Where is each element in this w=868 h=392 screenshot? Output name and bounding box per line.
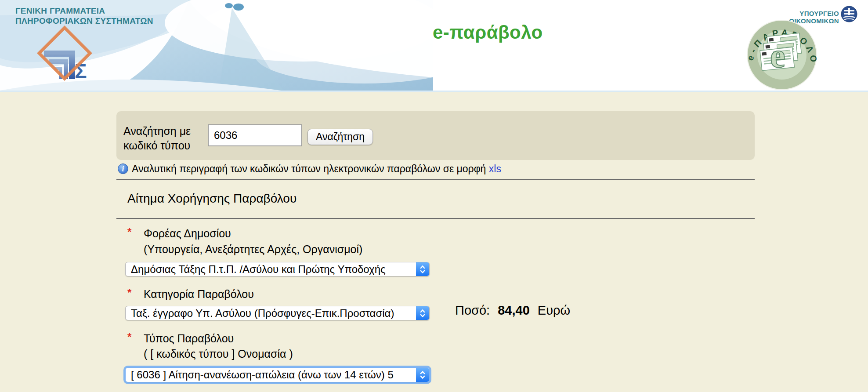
search-label-line1: Αναζήτηση με — [123, 124, 191, 138]
field-sublabel-typos: ( [ κωδικός τύπου ] Ονομασία ) — [144, 348, 293, 360]
amount-display: Ποσό: 84,40 Ευρώ — [455, 303, 570, 318]
amount-currency: Ευρώ — [538, 303, 570, 317]
katigoria-paravolou-select[interactable]: Ταξ. έγγραφο Υπ. Ασύλου (Πρόσφυγες-Επικ.… — [125, 306, 430, 320]
badge-e-glyph: e — [770, 36, 785, 75]
government-emblem-icon — [840, 5, 858, 23]
gsis-logo: Σ — [34, 23, 94, 85]
select-stepper-icon — [416, 368, 429, 382]
select-stepper-icon — [416, 306, 429, 320]
divider — [116, 179, 755, 180]
search-label: Αναζήτηση με κωδικό τύπου — [123, 124, 191, 153]
foreas-dimosiou-selected-value: Δημόσιας Τάξης Π.τ.Π. /Ασύλου και Πρώτης… — [126, 262, 416, 276]
amount-label: Ποσό: — [455, 303, 490, 317]
app-title: e-παράβολο — [433, 22, 543, 43]
katigoria-paravolou-selected-value: Ταξ. έγγραφο Υπ. Ασύλου (Πρόσφυγες-Επικ.… — [126, 306, 416, 320]
field-label-foreas: Φορέας Δημοσίου — [144, 227, 231, 240]
info-description: Αναλυτική περιγραφή των κωδικών τύπων ηλ… — [132, 163, 486, 174]
required-marker: * — [127, 331, 131, 343]
field-sublabel-foreas: (Υπουργεία, Ανεξάρτητες Αρχές, Οργανισμο… — [144, 243, 362, 256]
typos-paravolou-select[interactable]: [ 6036 ] Αίτηση-ανανέωση-απώλεια (άνω τω… — [125, 367, 430, 382]
field-label-typos: Τύπος Παραβόλου — [144, 332, 234, 345]
eparavolo-page: ΓΕΝΙΚΗ ΓΡΑΜΜΑΤΕΙΑ ΠΛΗΡΟΦΟΡΙΑΚΩΝ ΣΥΣΤΗΜΑΤ… — [0, 0, 868, 392]
foreas-dimosiou-select[interactable]: Δημόσιας Τάξης Π.τ.Π. /Ασύλου και Πρώτης… — [125, 262, 430, 276]
typos-paravolou-selected-value: [ 6036 ] Αίτηση-ανανέωση-απώλεια (άνω τω… — [126, 368, 416, 382]
search-input[interactable] — [208, 124, 302, 146]
field-label-katigoria: Κατηγορία Παραβόλου — [144, 288, 254, 301]
divider — [116, 218, 755, 219]
amount-value: 84,40 — [498, 303, 530, 317]
required-marker: * — [127, 287, 131, 299]
xls-link[interactable]: xls — [489, 163, 501, 174]
organization-name-line1: ΓΕΝΙΚΗ ΓΡΑΜΜΑΤΕΙΑ — [15, 6, 153, 16]
required-marker: * — [127, 226, 131, 238]
info-icon: i — [118, 163, 128, 174]
page-title: Αίτημα Χορήγησης Παραβόλου — [127, 192, 297, 206]
page-header: ΓΕΝΙΚΗ ΓΡΑΜΜΑΤΕΙΑ ΠΛΗΡΟΦΟΡΙΑΚΩΝ ΣΥΣΤΗΜΑΤ… — [0, 0, 868, 92]
eparavolo-badge: e-ΠΑΡΑΒΟΛΟ — [746, 20, 818, 90]
search-button[interactable]: Αναζήτηση — [307, 129, 373, 145]
info-text: Αναλυτική περιγραφή των κωδικών τύπων ηλ… — [132, 163, 501, 175]
select-stepper-icon — [416, 262, 429, 276]
search-label-line2: κωδικό τύπου — [123, 138, 191, 153]
